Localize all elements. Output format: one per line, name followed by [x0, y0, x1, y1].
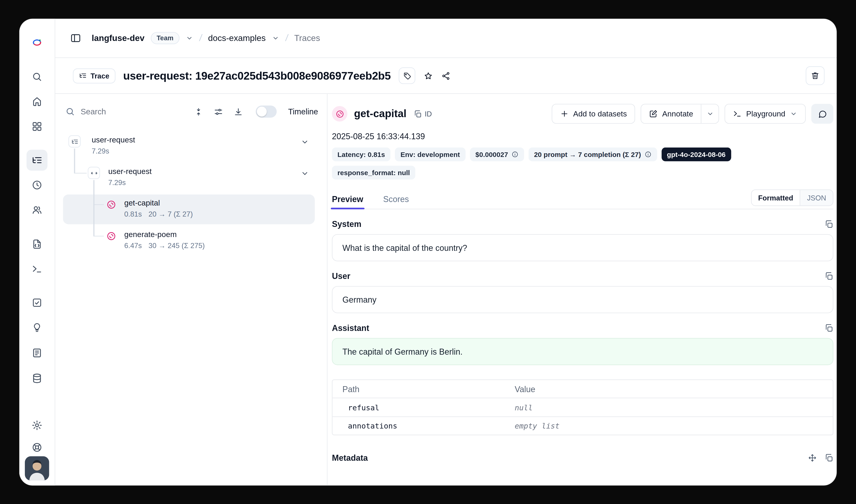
cost-badge: $0.000027 — [470, 147, 524, 161]
star-icon[interactable] — [420, 67, 437, 85]
users-icon[interactable] — [26, 199, 48, 220]
user-avatar[interactable] — [25, 456, 49, 481]
trace-tree-pane: Timeline user-request 7.29s — [55, 94, 327, 486]
sidebar-toggle-icon[interactable] — [66, 29, 85, 48]
annotate-chevron-down-icon[interactable] — [701, 105, 719, 123]
copy-icon[interactable] — [824, 453, 833, 462]
comment-button[interactable] — [812, 104, 834, 124]
badge-row: response_format: null — [332, 166, 833, 180]
add-to-datasets-button[interactable]: Add to datasets — [552, 104, 635, 124]
model-badge[interactable]: gpt-4o-2024-08-06 — [661, 147, 731, 161]
tree-node-duration: 0.81s — [124, 210, 142, 218]
value-cell: null — [515, 403, 833, 412]
search-icon[interactable] — [26, 66, 48, 87]
message-user-header: User — [332, 271, 833, 281]
tree-connector — [93, 204, 104, 205]
tree-node-span[interactable]: user-request 7.29s — [63, 163, 315, 193]
timeline-toggle[interactable] — [256, 105, 277, 118]
tab-preview[interactable]: Preview — [332, 190, 363, 209]
format-formatted[interactable]: Formatted — [751, 190, 801, 205]
main-column: langfuse-dev Team / docs-examples / Trac… — [55, 19, 837, 486]
prompts-icon[interactable] — [26, 234, 48, 254]
tracing-icon[interactable] — [26, 149, 48, 170]
tree-node-generation-selected[interactable]: get-capital 0.81s 20 → 7 (Σ 27) — [63, 195, 315, 224]
dashboards-icon[interactable] — [26, 116, 48, 137]
tree-node-label: user-request — [108, 167, 151, 176]
value-cell: empty list — [515, 421, 833, 430]
org-chevron-down-icon[interactable] — [186, 34, 194, 42]
info-icon[interactable] — [511, 151, 518, 158]
move-icon[interactable] — [808, 453, 817, 462]
top-bar: langfuse-dev Team / docs-examples / Trac… — [55, 19, 837, 58]
tokens-badge: 20 prompt → 7 completion (Σ 27) — [529, 147, 657, 161]
view-options-icon[interactable] — [212, 105, 226, 119]
project-name[interactable]: docs-examples — [208, 33, 266, 43]
tree-node-trace[interactable]: user-request 7.29s — [63, 131, 315, 161]
home-icon[interactable] — [26, 91, 48, 112]
evaluation-icon[interactable] — [26, 292, 48, 313]
tree-node-tokens: 30 → 245 (Σ 275) — [148, 241, 205, 250]
tree-node-duration: 7.29s — [108, 178, 126, 187]
response-format-badge: response_format: null — [332, 166, 415, 180]
org-type-badge: Team — [150, 32, 179, 44]
tree-connector — [93, 180, 94, 236]
annotate-button[interactable]: Annotate — [641, 105, 701, 123]
tree-node-label: generate-poem — [124, 230, 205, 238]
search-icon — [65, 107, 75, 116]
format-json[interactable]: JSON — [800, 190, 833, 205]
langfuse-logo[interactable] — [26, 32, 48, 53]
tree-toolbar: Timeline — [65, 101, 318, 123]
generation-node-icon — [105, 198, 117, 211]
judge-icon[interactable] — [26, 317, 48, 338]
chevron-down-icon[interactable] — [301, 169, 309, 178]
trace-badge-label: Trace — [91, 72, 109, 80]
datasets-icon[interactable] — [26, 368, 48, 389]
copy-icon[interactable] — [824, 323, 833, 332]
format-toggle: Formatted JSON — [751, 190, 833, 206]
trace-node-icon — [69, 135, 81, 147]
tree-node-generation[interactable]: generate-poem 6.47s 30 → 245 (Σ 275) — [63, 226, 315, 256]
tree-node-tokens: 20 → 7 (Σ 27) — [148, 210, 193, 218]
tree-connector — [74, 149, 75, 173]
value-header: Value — [515, 384, 833, 394]
message-system-content: What is the capital of the country? — [332, 234, 833, 262]
copy-id-button[interactable]: ID — [414, 110, 432, 118]
playground-icon[interactable] — [26, 258, 48, 280]
org-name[interactable]: langfuse-dev — [92, 33, 144, 43]
tree-connector — [93, 236, 104, 237]
observation-title: get-capital — [354, 108, 406, 120]
tab-scores[interactable]: Scores — [383, 190, 409, 209]
project-chevron-down-icon[interactable] — [272, 34, 280, 42]
search-input[interactable] — [81, 107, 186, 116]
support-icon[interactable] — [26, 437, 48, 458]
share-icon[interactable] — [437, 67, 455, 85]
tree-node-duration: 6.47s — [124, 241, 142, 250]
breadcrumb-page[interactable]: Traces — [294, 33, 320, 43]
download-icon[interactable] — [231, 105, 246, 119]
role-label: User — [332, 271, 350, 281]
copy-icon[interactable] — [824, 272, 833, 280]
table-row: refusal null — [333, 398, 833, 416]
metadata-section-header: Metadata — [332, 453, 833, 462]
info-icon[interactable] — [644, 151, 652, 158]
chevron-down-icon[interactable] — [301, 138, 309, 146]
message-system-header: System — [332, 219, 833, 229]
delete-trace-button[interactable] — [806, 66, 825, 85]
path-header: Path — [333, 384, 515, 394]
annotation-icon[interactable] — [26, 342, 48, 363]
collapse-all-icon[interactable] — [192, 105, 206, 119]
observation-header: get-capital ID Add to datasets — [332, 103, 833, 125]
tag-icon[interactable] — [399, 68, 415, 84]
settings-gear-icon[interactable] — [26, 415, 48, 436]
observation-detail-pane: get-capital ID Add to datasets — [327, 94, 837, 486]
playground-button[interactable]: Playground — [725, 104, 806, 124]
sessions-icon[interactable] — [26, 175, 48, 195]
id-label: ID — [425, 110, 432, 118]
content-area: Timeline user-request 7.29s — [55, 94, 837, 486]
app-window: langfuse-dev Team / docs-examples / Trac… — [19, 19, 837, 486]
path-cell: annotations — [333, 421, 515, 430]
generation-node-icon — [105, 230, 117, 242]
screen: langfuse-dev Team / docs-examples / Trac… — [0, 0, 856, 504]
trace-header-bar: Trace user-request: 19e27ac025d543b008e9… — [55, 58, 837, 94]
copy-icon[interactable] — [824, 219, 833, 228]
